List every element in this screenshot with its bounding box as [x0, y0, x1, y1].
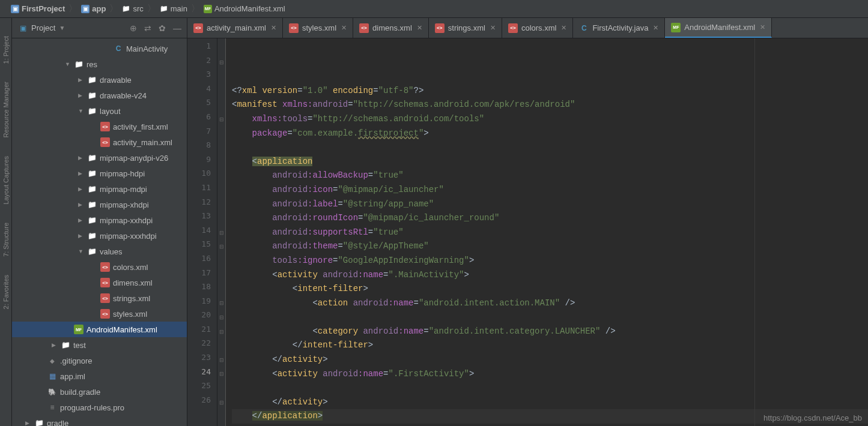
code-line[interactable] [232, 381, 868, 395]
code-line[interactable]: android:theme="@style/AppTheme" [232, 239, 868, 254]
tree-item--gitignore[interactable]: .gitignore [12, 353, 187, 368]
fold-marker[interactable]: ⊟ [217, 239, 225, 254]
code-line[interactable]: <application [232, 155, 868, 169]
close-icon[interactable]: ✕ [760, 23, 765, 31]
fold-marker[interactable] [217, 282, 225, 296]
fold-marker[interactable] [217, 381, 225, 395]
line-number[interactable]: 11 [187, 183, 217, 197]
tree-item-build-gradle[interactable]: build.gradle [12, 384, 187, 400]
code-line[interactable] [232, 424, 868, 426]
code-line[interactable]: <action android:name="android.intent.act… [232, 296, 868, 311]
line-number[interactable]: 8 [187, 140, 217, 155]
tree-arrow-icon[interactable] [78, 170, 84, 176]
tree-item-mipmap-anydpi-v26[interactable]: mipmap-anydpi-v26 [12, 150, 187, 166]
breadcrumb-main[interactable]: main [160, 4, 187, 13]
fold-marker[interactable]: ⊟ [217, 226, 225, 240]
code-line[interactable] [232, 310, 868, 325]
close-icon[interactable]: ✕ [271, 24, 276, 32]
fold-marker[interactable] [217, 211, 225, 226]
tree-arrow-icon[interactable] [78, 233, 84, 239]
fold-marker[interactable]: ⊟ [217, 325, 225, 339]
line-number[interactable]: 2 [187, 56, 217, 70]
tree-item-app-iml[interactable]: app.iml [12, 368, 187, 384]
code-line[interactable]: xmlns:tools="http://schemas.android.com/… [232, 112, 868, 127]
tree-arrow-icon[interactable] [78, 77, 84, 83]
line-number[interactable]: 18 [187, 282, 217, 296]
breadcrumb-project[interactable]: FirstProject [11, 4, 65, 13]
tree-item-layout[interactable]: layout [12, 103, 187, 119]
line-number[interactable]: 23 [187, 353, 217, 367]
fold-marker[interactable]: ⊟ [217, 353, 225, 367]
tree-item-MainActivity[interactable]: MainActivity [12, 41, 187, 56]
tab-FirstActivity-java[interactable]: FirstActivity.java✕ [573, 18, 665, 38]
line-number[interactable]: 5 [187, 98, 217, 112]
fold-marker[interactable]: ⊟ [217, 367, 225, 382]
tool-resource-manager[interactable]: Resource Manager [2, 82, 10, 138]
line-number[interactable]: 6 [187, 112, 217, 127]
tree-item-test[interactable]: test [12, 337, 187, 353]
expand-icon[interactable]: ⇄ [142, 23, 153, 33]
tree-item-mipmap-hdpi[interactable]: mipmap-hdpi [12, 166, 187, 181]
tree-item-drawable[interactable]: drawable [12, 72, 187, 88]
line-number[interactable]: 4 [187, 84, 217, 98]
close-icon[interactable]: ✕ [490, 24, 496, 32]
code-line[interactable]: <manifest xmlns:android="http://schemas.… [232, 98, 868, 112]
line-number[interactable]: 21 [187, 325, 217, 339]
code-line[interactable]: android:label="@string/app_name" [232, 197, 868, 212]
close-icon[interactable]: ✕ [561, 24, 566, 32]
breadcrumb-src[interactable]: src [122, 4, 143, 13]
tree-item-mipmap-xxhdpi[interactable]: mipmap-xxhdpi [12, 212, 187, 228]
tree-item-dimens-xml[interactable]: dimens.xml [12, 275, 187, 290]
fold-marker[interactable] [217, 268, 225, 283]
tool-favorites[interactable]: 2: Favorites [2, 275, 10, 309]
code-line[interactable]: package="com.example.firstproject"> [232, 127, 868, 141]
line-number[interactable]: 1 [187, 41, 217, 56]
tab-activity_main-xml[interactable]: activity_main.xml✕ [187, 18, 283, 38]
code-line[interactable]: android:icon="@mipmap/ic_launcher" [232, 183, 868, 197]
fold-marker[interactable] [217, 127, 225, 141]
tree-arrow-icon[interactable] [78, 248, 84, 254]
project-selector[interactable]: Project ▼ [16, 23, 124, 33]
tree-item-AndroidManifest-xml[interactable]: AndroidManifest.xml [12, 322, 187, 337]
tree-item-proguard-rules-pro[interactable]: proguard-rules.pro [12, 400, 187, 415]
fold-marker[interactable]: ⊟ [217, 310, 225, 325]
hide-icon[interactable]: — [171, 23, 183, 33]
code-editor[interactable]: <?xml version="1.0" encoding="utf-8"?><m… [226, 38, 868, 426]
code-line[interactable]: </activity> [232, 395, 868, 410]
tree-arrow-icon[interactable] [78, 186, 84, 192]
breadcrumb-manifest[interactable]: AndroidManifest.xml [204, 4, 285, 13]
line-number[interactable]: 20 [187, 310, 217, 325]
tree-item-colors-xml[interactable]: colors.xml [12, 259, 187, 275]
tree-arrow-icon[interactable] [52, 342, 58, 348]
fold-marker[interactable] [217, 98, 225, 112]
fold-marker[interactable] [217, 41, 225, 56]
close-icon[interactable]: ✕ [417, 24, 422, 32]
code-line[interactable]: <intent-filter> [232, 282, 868, 296]
tree-item-mipmap-xhdpi[interactable]: mipmap-xhdpi [12, 197, 187, 212]
locate-icon[interactable]: ⊕ [128, 23, 139, 33]
tab-dimens-xml[interactable]: dimens.xml✕ [353, 18, 429, 38]
line-number[interactable]: 16 [187, 254, 217, 268]
breadcrumb-app[interactable]: app [81, 4, 106, 13]
fold-marker[interactable] [217, 197, 225, 212]
tree-arrow-icon[interactable] [78, 202, 84, 208]
fold-marker[interactable] [217, 254, 225, 268]
code-line[interactable]: android:allowBackup="true" [232, 169, 868, 183]
tab-strings-xml[interactable]: strings.xml✕ [429, 18, 502, 38]
tree-arrow-icon[interactable] [78, 92, 84, 98]
fold-marker[interactable]: ⊟ [217, 296, 225, 311]
fold-marker[interactable] [217, 84, 225, 98]
line-number[interactable]: 12 [187, 197, 217, 212]
fold-marker[interactable] [217, 70, 225, 84]
tree-item-res[interactable]: res [12, 56, 187, 72]
line-number[interactable]: 22 [187, 338, 217, 353]
code-line[interactable]: android:supportsRtl="true" [232, 226, 868, 240]
tree-arrow-icon[interactable] [65, 61, 71, 67]
tree-item-values[interactable]: values [12, 244, 187, 259]
fold-marker[interactable]: ⊟ [217, 112, 225, 127]
line-number[interactable]: 15 [187, 239, 217, 254]
tab-styles-xml[interactable]: styles.xml✕ [283, 18, 353, 38]
tree-item-gradle[interactable]: gradle [12, 415, 187, 426]
tree-arrow-icon[interactable] [25, 420, 31, 426]
line-number[interactable]: 24 [187, 367, 217, 382]
